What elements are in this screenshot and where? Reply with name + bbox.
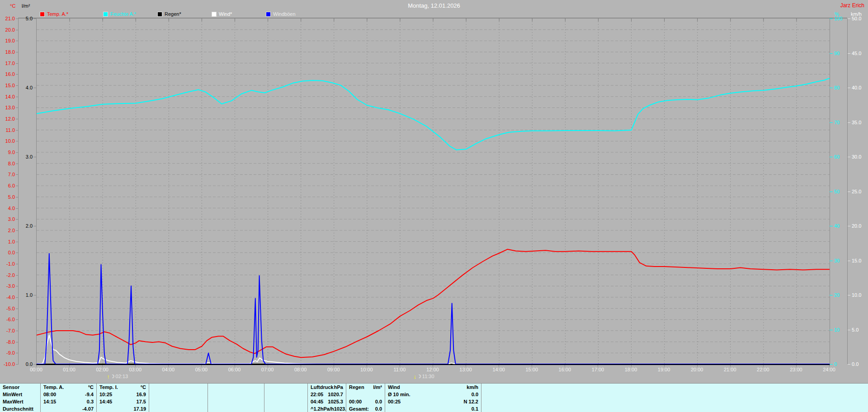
cell-time: 08:00 [43,392,56,397]
cell-time: 00:00 [349,399,362,404]
time-tick [433,365,433,367]
time-tick-label: 18:00 [621,367,641,372]
temp-tick-label: -2.0 [1,272,15,278]
temp-tick-label: 13.0 [1,105,15,110]
time-tick [102,365,103,367]
temp-tick-label: 11.0 [1,127,15,133]
wind-tick-label: 45.0 [852,51,866,56]
time-tick [796,365,797,367]
time-tick [664,365,665,367]
time-tick [334,365,334,367]
cell-value: hPa [334,384,343,390]
table-header-cell: Temp. I.°C [97,384,149,391]
temp-tick-label: 2.0 [1,228,15,233]
cell-value: 17.5 [137,399,146,404]
wind-tick [848,157,850,157]
temp-tick-label: 16.0 [1,71,15,77]
time-tick-label: 09:00 [324,367,344,372]
humidity-tick-label: 30 [834,258,846,263]
time-tick [69,365,70,367]
humidity-tick [830,157,833,157]
cell-value: l/m² [373,384,382,390]
time-tick-label: 06:00 [225,367,245,372]
wind-tick [848,122,850,123]
temp-tick [16,174,19,175]
table-row-label: Durchschnitt [0,405,41,412]
temp-tick-label: 19.0 [1,38,15,43]
humidity-tick-label: 90 [834,51,846,56]
humidity-tick-label: 10 [834,327,846,332]
cell-value: 0.0 [472,392,478,397]
time-tick [268,365,268,367]
temp-tick-label: 4.0 [1,206,15,211]
temp-tick [16,253,19,253]
temp-tick [16,30,19,30]
temp-tick [16,342,19,342]
table-value-cell [264,391,308,398]
humidity-tick [830,330,833,330]
temp-tick [16,286,19,286]
time-tick-label: 22:00 [753,367,773,372]
temp-tick [16,242,19,242]
legend-label: Windböen [273,11,296,17]
wind-tick [848,19,850,19]
temp-tick-label: 3.0 [1,216,15,222]
table-header-cell [264,384,308,391]
time-tick [367,365,367,367]
time-tick [598,365,598,367]
cell-time: Luftdruck [311,384,334,390]
humidity-tick [830,364,833,365]
cell-value: 0.0 [375,406,382,412]
station-name: Jarz Erich [840,2,864,9]
weather-chart [37,19,830,364]
time-tick-label: 01:00 [59,367,79,372]
cell-time: Gesamt: [349,406,369,412]
wind-tick-label: 50.0 [852,16,866,21]
time-tick-label: 20:00 [687,367,707,372]
rain-axis-unit: l/m² [22,3,30,9]
temp-tick-label: -10.0 [1,361,15,367]
legend-item-5: Windböen [266,11,296,17]
temp-tick-label: -5.0 [1,306,15,311]
time-tick [135,365,136,367]
wind-tick [848,364,850,365]
legend-item-4: Wind* [212,11,232,17]
temp-tick-label: -6.0 [1,317,15,322]
wind-tick [848,226,850,226]
time-tick-label: 11:00 [390,367,410,372]
time-tick-label: 17:00 [588,367,608,372]
time-tick [829,365,830,367]
wind-tick-label: 35.0 [852,120,866,125]
time-tick-label: 21:00 [720,367,740,372]
wind-tick-label: 15.0 [852,258,866,263]
time-tick [565,365,565,367]
cell-time: Ø 10 min. [388,392,410,397]
cell-time: Regen [349,384,364,390]
temp-tick [16,309,19,309]
temp-tick [16,297,19,298]
table-value-cell [481,391,868,398]
time-tick [400,365,400,367]
temp-tick [16,186,19,186]
table-value-cell: 00:000.0 [346,398,385,405]
temp-tick [16,353,19,353]
table-value-cell [481,398,868,405]
temp-tick-label: 9.0 [1,150,15,155]
humidity-tick [830,122,833,123]
table-value-cell [264,398,308,405]
table-value-cell: Gesamt:0.0 [346,405,385,412]
table-header-cell: Regenl/m² [346,384,385,391]
cell-time: 10:25 [99,392,112,397]
table-row-label: Sensor [0,384,41,391]
cell-value: 1025.3 [328,399,343,404]
table-value-cell [149,405,208,412]
temp-tick [16,63,19,64]
table-value-cell [208,391,264,398]
time-tick-label: 05:00 [191,367,211,372]
crescent-moon-icon: ☽ [417,374,421,379]
cell-value: -9.4 [85,392,94,397]
crescent-moon-icon: ☽ [110,374,115,379]
temp-tick-label: -7.0 [1,328,15,333]
wind-tick [848,330,850,330]
temp-tick [16,219,19,220]
